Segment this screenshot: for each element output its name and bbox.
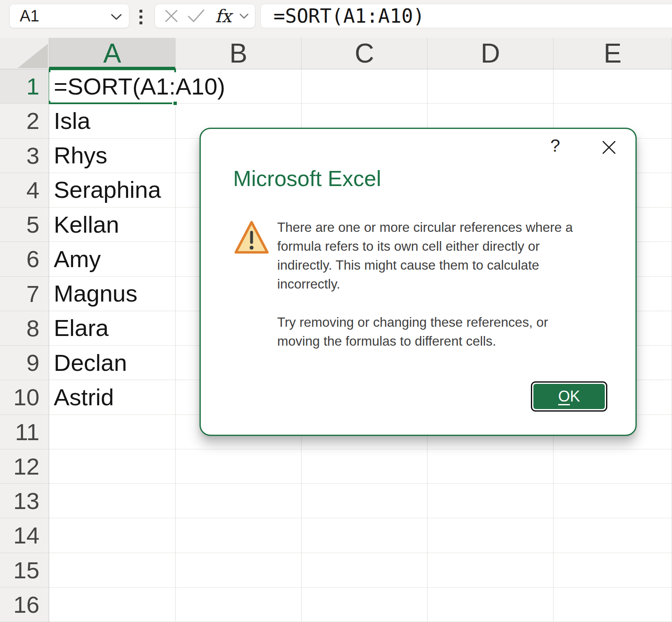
fill-handle[interactable] — [172, 100, 178, 106]
cell-B15[interactable] — [176, 553, 302, 588]
formula-text: =SORT(A1:A10) — [261, 5, 425, 27]
cell-text: Elara — [49, 314, 109, 342]
dialog-message: There are one or more circular reference… — [277, 218, 638, 351]
cell-A2[interactable]: Isla — [49, 104, 176, 138]
row-header-1[interactable]: 1 — [0, 69, 49, 104]
row-header-4[interactable]: 4 — [0, 173, 49, 207]
cell-E15[interactable] — [554, 553, 672, 588]
cell-D1[interactable] — [428, 69, 554, 104]
formula-bar-input[interactable]: =SORT(A1:A10) — [260, 4, 672, 28]
cell-text: Isla — [49, 107, 90, 135]
row-header-2[interactable]: 2 — [0, 104, 49, 138]
name-box[interactable]: A1 — [9, 4, 129, 28]
cell-C16[interactable] — [302, 588, 428, 622]
cell-E12[interactable] — [554, 449, 672, 484]
row-header-16[interactable]: 16 — [0, 588, 49, 622]
name-box-value: A1 — [10, 7, 39, 25]
cell-D14[interactable] — [428, 518, 554, 553]
cell-A11[interactable] — [49, 415, 176, 449]
close-icon — [603, 142, 615, 153]
column-header-E[interactable]: E — [554, 38, 672, 69]
row-header-10[interactable]: 10 — [0, 380, 49, 415]
cell-B12[interactable] — [176, 449, 302, 484]
enter-check-icon[interactable] — [187, 8, 205, 24]
cell-text: Declan — [49, 349, 127, 377]
row-header-7[interactable]: 7 — [0, 277, 49, 311]
cell-D16[interactable] — [428, 588, 554, 622]
column-header-B[interactable]: B — [176, 38, 302, 69]
cell-E16[interactable] — [554, 588, 672, 622]
ok-button[interactable]: OK — [531, 381, 607, 412]
cell-C12[interactable] — [302, 449, 428, 484]
cell-C15[interactable] — [302, 553, 428, 588]
cell-A15[interactable] — [49, 553, 176, 588]
cell-text: Astrid — [49, 383, 114, 412]
warning-icon — [234, 220, 270, 255]
cell-B14[interactable] — [176, 518, 302, 553]
cell-text: Rhys — [49, 141, 108, 170]
alert-dialog: ? Microsoft Excel There are one or more … — [200, 128, 637, 436]
row-header-13[interactable]: 13 — [0, 484, 49, 518]
row-header-9[interactable]: 9 — [0, 346, 49, 380]
cell-A9[interactable]: Declan — [49, 346, 176, 380]
dialog-message-paragraph-1: There are one or more circular reference… — [277, 218, 638, 294]
row-header-8[interactable]: 8 — [0, 311, 49, 346]
cell-text: Magnus — [49, 279, 137, 308]
cancel-icon[interactable] — [163, 8, 179, 24]
cell-text: =SORT(A1:A10) — [49, 72, 228, 101]
formula-bar-strip: A1 fx =SORT(A1:A10) — [0, 0, 672, 38]
cell-C1[interactable] — [302, 69, 428, 104]
cell-D12[interactable] — [428, 449, 554, 484]
row-header-11[interactable]: 11 — [0, 415, 49, 449]
cell-B16[interactable] — [176, 588, 302, 622]
chevron-down-icon[interactable] — [110, 13, 122, 21]
select-all-button[interactable] — [0, 38, 49, 69]
cell-A5[interactable]: Kellan — [49, 207, 176, 242]
fx-chevron-down-icon[interactable] — [239, 13, 249, 19]
row-header-15[interactable]: 15 — [0, 553, 49, 588]
select-all-triangle-icon — [18, 44, 48, 68]
cell-D15[interactable] — [428, 553, 554, 588]
cell-A13[interactable] — [49, 484, 176, 518]
dialog-help-button[interactable]: ? — [546, 136, 564, 156]
cell-C14[interactable] — [302, 518, 428, 553]
cell-text: Kellan — [49, 210, 119, 239]
cell-A12[interactable] — [49, 449, 176, 484]
column-header-C[interactable]: C — [302, 38, 428, 69]
insert-function-icon[interactable]: fx — [215, 6, 231, 26]
cell-A3[interactable]: Rhys — [49, 139, 176, 173]
column-header-D[interactable]: D — [428, 38, 554, 69]
formula-bar-drag-handle-icon[interactable] — [139, 10, 142, 24]
row-header-5[interactable]: 5 — [0, 207, 49, 242]
cell-A16[interactable] — [49, 588, 176, 622]
dialog-title: Microsoft Excel — [233, 166, 381, 191]
cell-D13[interactable] — [428, 484, 554, 518]
cell-A10[interactable]: Astrid — [49, 380, 176, 415]
cell-A4[interactable]: Seraphina — [49, 173, 176, 207]
row-header-14[interactable]: 14 — [0, 518, 49, 553]
column-header-A[interactable]: A — [49, 38, 176, 69]
cell-A7[interactable]: Magnus — [49, 277, 176, 311]
row-header-3[interactable]: 3 — [0, 139, 49, 173]
cell-B13[interactable] — [176, 484, 302, 518]
cell-text: Seraphina — [49, 176, 161, 204]
cell-E13[interactable] — [554, 484, 672, 518]
cell-A6[interactable]: Amy — [49, 242, 176, 276]
ok-button-label: OK — [533, 384, 605, 409]
column-headers: ABCDE — [49, 38, 672, 69]
cell-text: Amy — [49, 245, 101, 273]
row-headers: 12345678910111213141516 — [0, 69, 49, 622]
cell-A8[interactable]: Elara — [49, 311, 176, 346]
cell-A1[interactable]: =SORT(A1:A10) — [49, 69, 176, 104]
formula-toolbar: fx — [155, 4, 255, 28]
cell-A14[interactable] — [49, 518, 176, 553]
row-header-6[interactable]: 6 — [0, 242, 49, 276]
cell-E14[interactable] — [554, 518, 672, 553]
cell-C13[interactable] — [302, 484, 428, 518]
dialog-close-button[interactable] — [600, 138, 618, 157]
dialog-message-paragraph-2: Try removing or changing these reference… — [277, 313, 638, 351]
cell-E1[interactable] — [554, 69, 672, 104]
row-header-12[interactable]: 12 — [0, 449, 49, 484]
